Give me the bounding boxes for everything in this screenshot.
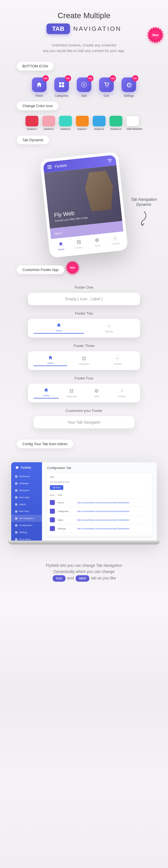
footer-tab-sales[interactable]: %Sales: [84, 389, 109, 398]
home-icon[interactable]: New: [32, 78, 47, 92]
footer-tab-home[interactable]: Home: [34, 388, 59, 399]
new-mini-badge: New: [43, 75, 49, 82]
row-title: Sales: [58, 519, 75, 521]
icon-label: Categories: [54, 94, 69, 97]
laptop-menu-item[interactable]: Settings: [11, 529, 42, 536]
hamburger-icon[interactable]: [47, 165, 52, 169]
tab-pill: TAB: [47, 24, 70, 34]
new-mini-badge: New: [87, 75, 93, 82]
svg-point-8: [109, 162, 110, 162]
footer-three-bar: Home Categories Settings: [28, 351, 140, 370]
main-title: Create Multiple: [17, 11, 151, 20]
footer-one-bar: Empty ( Icon , Label ): [28, 293, 140, 305]
laptop-menu-item[interactable]: Splash: [11, 501, 42, 508]
svg-point-6: [106, 86, 106, 87]
laptop-menu-item[interactable]: Navigation: [11, 487, 42, 494]
footer-tab-settings[interactable]: Settings: [109, 389, 134, 398]
new-mini-badge: New: [65, 75, 71, 82]
svg-rect-24: [72, 389, 73, 391]
tab-sales[interactable]: %Sales: [88, 237, 107, 248]
row-title: Settings: [58, 527, 75, 530]
laptop-menu-item[interactable]: More Action: [11, 536, 42, 540]
laptop-menu-item[interactable]: More Apps: [11, 494, 42, 501]
color-swatch[interactable]: [26, 116, 38, 126]
icon-label: Settings: [121, 94, 136, 97]
footer-tab-categories[interactable]: Categories: [59, 389, 84, 398]
row-icon: [50, 517, 55, 522]
row-icon: [50, 526, 55, 531]
svg-point-17: [109, 326, 110, 327]
new-mini-badge: New: [132, 75, 138, 82]
table-row[interactable]: Categorieshttps://scoderflyweb.com/codec…: [50, 507, 149, 516]
new-badge: New: [67, 262, 78, 273]
svg-rect-18: [82, 356, 84, 358]
laptop-menu-item[interactable]: Tab Navigation: [11, 515, 42, 522]
phone-mockup: FlyWeb Fly Web Convert your Web Site to …: [40, 152, 128, 258]
laptop-menu-item[interactable]: Configuration: [11, 522, 42, 529]
section-tab-dynamic: Tab Dynamic: [17, 135, 49, 144]
svg-rect-20: [82, 359, 84, 361]
svg-point-7: [108, 86, 108, 87]
row-url: https://scoderflyweb.com/codecanyon/enva…: [77, 528, 149, 530]
tab-categories[interactable]: Catego...: [69, 239, 88, 250]
footer-custom-bar: Your Tab Navigator: [34, 416, 134, 428]
color-grid: Gradient 4Gradient 5Gradient 6Gradient 7…: [17, 116, 151, 130]
footer-three-heading: Footer Three: [17, 344, 151, 348]
icon-label: Home: [32, 94, 47, 97]
section-config-admin: Config Your Tab from Admin: [17, 440, 73, 448]
navigation-text: NAVIGATION: [73, 25, 121, 32]
footer-custom-heading: Customize your Footer: [17, 408, 151, 413]
percent-icon[interactable]: New %: [77, 78, 91, 92]
new-mini-badge: New: [110, 75, 116, 82]
footer-tab-settings[interactable]: Settings: [84, 323, 134, 333]
svg-rect-26: [72, 391, 73, 393]
color-swatch[interactable]: [59, 116, 72, 126]
callout: Tab NavigationDynamic: [131, 197, 157, 228]
table-row[interactable]: Saleshttps://scoderflyweb.com/codecanyon…: [50, 516, 149, 524]
section-customize-footer: Customize Footer App: [17, 266, 64, 274]
label-pill: label: [76, 575, 89, 582]
laptop-menu-item[interactable]: Web View: [11, 508, 42, 515]
svg-rect-10: [77, 240, 79, 242]
arrow-icon: [137, 210, 151, 227]
footer-tab-home[interactable]: Home: [34, 355, 67, 366]
color-swatch[interactable]: [93, 116, 106, 126]
cart-icon[interactable]: [107, 158, 112, 163]
footer-four-bar: Home Categories %Sales Settings: [28, 384, 140, 402]
color-swatch[interactable]: [110, 116, 122, 126]
color-swatch[interactable]: [126, 116, 139, 126]
cart-icon[interactable]: New: [99, 78, 114, 92]
svg-rect-1: [62, 82, 64, 85]
footer-tab-home[interactable]: Home: [34, 323, 84, 334]
laptop-menu-item[interactable]: Dashboard: [11, 473, 42, 480]
svg-rect-23: [69, 389, 71, 391]
nav-type-label: Tab Navigation type: [50, 481, 149, 483]
row-icon: [50, 509, 55, 514]
tab-settings[interactable]: Settings: [106, 235, 124, 246]
svg-rect-13: [79, 242, 81, 244]
row-title: Categories: [58, 510, 75, 513]
nav-type-select[interactable]: 00 Four: [50, 485, 63, 490]
grid-icon[interactable]: New: [54, 78, 69, 92]
table-row[interactable]: Settingshttps://scoderflyweb.com/codecan…: [50, 524, 149, 533]
svg-rect-12: [77, 243, 79, 244]
color-label: Gradient 8: [93, 128, 106, 130]
svg-rect-3: [62, 85, 64, 87]
row-title: Home: [58, 501, 75, 504]
footer-tab-categories[interactable]: Categories: [67, 356, 101, 365]
footer-one-heading: Footer One: [17, 285, 151, 289]
laptop-menu-item[interactable]: Wallpaper: [11, 480, 42, 487]
gear-icon[interactable]: New: [121, 78, 136, 92]
footer-tab-settings[interactable]: Settings: [101, 356, 134, 365]
color-swatch[interactable]: [42, 116, 55, 126]
bottom-text: FlyWeb lets you can change Tab Navigatio…: [25, 562, 143, 582]
row-url: https://scoderflyweb.com/codecanyon/enva…: [77, 502, 149, 504]
footer-four-heading: Footer Four: [17, 376, 151, 380]
tab-home[interactable]: Home: [51, 241, 70, 252]
color-swatch[interactable]: [76, 116, 89, 126]
new-badge: New: [148, 28, 162, 42]
svg-text:%: %: [83, 83, 85, 86]
svg-rect-2: [59, 85, 61, 87]
table-row[interactable]: Homehttps://scoderflyweb.com/codecanyon/…: [50, 498, 149, 507]
color-label: YOUR GRADIENT: [126, 128, 143, 130]
